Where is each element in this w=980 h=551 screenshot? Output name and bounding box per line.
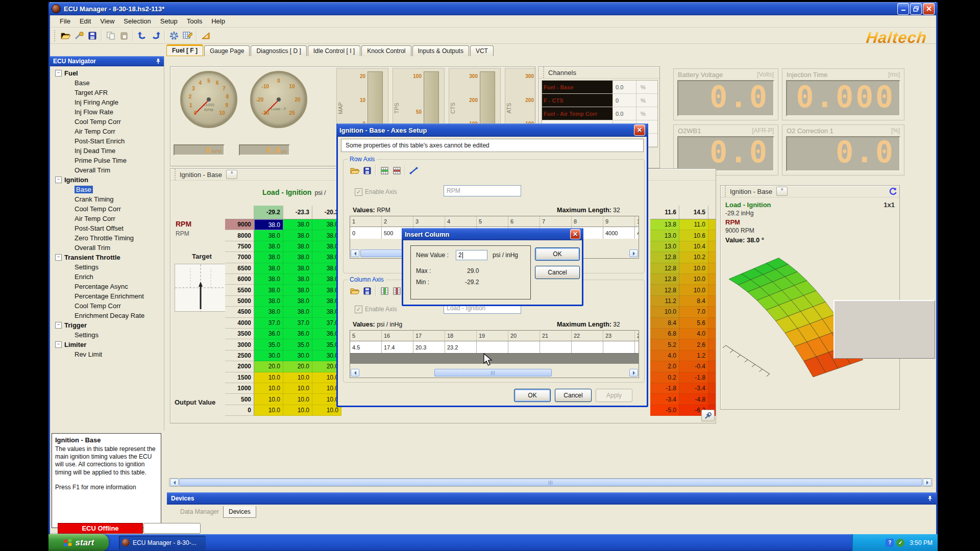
insert-ok-button[interactable]: OK xyxy=(535,247,580,261)
settings-gear-icon[interactable] xyxy=(167,30,181,42)
axis-grid-cell[interactable] xyxy=(572,341,603,353)
table-cell[interactable]: 20.0 xyxy=(254,361,283,372)
table-cell[interactable]: 12.8 xyxy=(650,274,679,285)
redo-icon[interactable] xyxy=(149,30,162,42)
menu-view[interactable]: View xyxy=(95,16,119,26)
axis-grid-cell[interactable] xyxy=(508,341,540,353)
delete-row-icon[interactable] xyxy=(390,165,403,176)
insert-dialog-title-bar[interactable]: Insert Column ✕ xyxy=(402,228,583,240)
table-cell[interactable] xyxy=(708,318,716,329)
devices-bar[interactable]: Devices xyxy=(167,492,937,505)
table-cell[interactable] xyxy=(708,285,716,295)
table-cell[interactable] xyxy=(708,307,716,317)
selected-cell[interactable]: 38.0 xyxy=(254,219,283,230)
tab-diagnostics---d--[interactable]: Diagnostics [ D ] xyxy=(251,45,306,56)
table-cell[interactable]: 10.0 xyxy=(283,383,312,394)
table-cell[interactable] xyxy=(708,230,716,241)
pin-icon[interactable] xyxy=(156,58,161,64)
tree-item-cool-temp-corr[interactable]: Cool Temp Corr xyxy=(55,117,163,127)
table-cell[interactable]: 35.0 xyxy=(254,339,283,350)
table-edit-icon[interactable] xyxy=(181,30,194,42)
row-header[interactable]: 2000 xyxy=(225,361,254,372)
tree-item-base[interactable]: Base xyxy=(55,78,163,88)
tray-update-icon[interactable]: ✓ xyxy=(896,539,904,547)
tab-fuel---f--[interactable]: Fuel [ F ] xyxy=(166,44,203,56)
table-cell[interactable]: 10.0 xyxy=(254,383,283,394)
table-cell[interactable]: 10.0 xyxy=(679,263,708,274)
axis-grid-cell[interactable]: 17.4 xyxy=(382,341,413,353)
table-cell[interactable]: 10.0 xyxy=(679,274,708,285)
collapse-icon[interactable]: − xyxy=(55,70,62,77)
row-header[interactable]: 9000 xyxy=(225,219,254,230)
table-cell[interactable]: 6.8 xyxy=(650,329,679,339)
linearize-icon[interactable] xyxy=(408,165,420,176)
tree-item-base[interactable]: Base xyxy=(55,185,163,194)
table-cell[interactable]: 10.6 xyxy=(679,230,708,241)
table-cell[interactable]: 38.0 xyxy=(283,252,312,263)
tree-item-cool-temp-corr[interactable]: Cool Temp Corr xyxy=(55,301,163,311)
table-cell[interactable]: 38.0 xyxy=(254,252,283,263)
tree-item-inj-firing-angle[interactable]: Inj Firing Angle xyxy=(55,97,163,107)
table-cell[interactable]: 38.0 xyxy=(254,230,283,241)
row-header[interactable]: 5000 xyxy=(225,296,254,307)
units-button[interactable]: ° xyxy=(226,170,237,179)
table-cell[interactable]: 12.8 xyxy=(650,252,679,263)
row-header[interactable]: 7500 xyxy=(225,241,254,252)
row-header[interactable]: 3000 xyxy=(225,339,254,350)
table-cell[interactable] xyxy=(708,219,716,230)
save-axis-icon[interactable] xyxy=(361,285,373,296)
tray-display-icon[interactable]: ? xyxy=(886,539,894,547)
tree-item-air-temp-corr[interactable]: Air Temp Corr xyxy=(55,127,163,136)
table-cell[interactable]: 38.0 xyxy=(254,274,283,285)
row-header[interactable]: 8000 xyxy=(225,230,254,241)
tree-item-cool-temp-corr[interactable]: Cool Temp Corr xyxy=(55,204,163,214)
row-header[interactable]: 2500 xyxy=(225,350,254,361)
table-cell[interactable]: 38.0 xyxy=(254,307,283,317)
row-header[interactable]: 5500 xyxy=(225,285,254,295)
tree-item-overall-trim[interactable]: Overall Trim xyxy=(55,243,163,253)
axis-grid-cell[interactable]: 23.2 xyxy=(445,341,477,353)
axis-grid-cell[interactable] xyxy=(603,341,635,353)
table-cell[interactable]: 2.0 xyxy=(650,361,679,372)
table-cell[interactable]: 36.0 xyxy=(283,329,312,339)
table-cell[interactable] xyxy=(708,339,716,350)
save-icon[interactable] xyxy=(86,30,99,42)
menu-setup[interactable]: Setup xyxy=(156,16,182,26)
table-cell[interactable]: 38.0 xyxy=(283,307,312,317)
table-cell[interactable]: 5.2 xyxy=(650,339,679,350)
tree-group-trigger[interactable]: −Trigger xyxy=(55,320,163,330)
table-cell[interactable] xyxy=(708,394,716,405)
tab-vct[interactable]: VCT xyxy=(470,45,494,56)
axis-grid-cell[interactable]: 4.5 xyxy=(350,341,382,353)
table-cell[interactable]: 1.2 xyxy=(679,350,708,361)
row-axis-name-field[interactable]: RPM xyxy=(444,185,521,196)
table-cell[interactable] xyxy=(708,361,716,372)
tree-item-settings[interactable]: Settings xyxy=(55,330,163,340)
new-value-input[interactable]: 2 xyxy=(456,250,487,260)
table-cell[interactable]: 10.4 xyxy=(679,241,708,252)
row-header[interactable]: 4000 xyxy=(225,318,254,329)
table-cell[interactable]: 13.0 xyxy=(650,241,679,252)
table-cell[interactable]: 38.0 xyxy=(283,274,312,285)
table-cell[interactable]: 38.0 xyxy=(283,263,312,274)
delete-column-icon[interactable] xyxy=(390,285,403,296)
table-cell[interactable]: 10.0 xyxy=(283,405,312,416)
table-cell[interactable]: 10.2 xyxy=(679,252,708,263)
tree-group-transient-throttle[interactable]: −Transient Throttle xyxy=(55,253,163,262)
collapse-icon[interactable]: − xyxy=(55,177,62,183)
axis-grid-cell[interactable]: 4000 xyxy=(603,227,635,239)
table-cell[interactable]: -4.8 xyxy=(679,394,708,405)
restore-button[interactable] xyxy=(910,3,922,15)
tree-item-inj-dead-time[interactable]: Inj Dead Time xyxy=(55,146,163,156)
table-cell[interactable] xyxy=(708,383,716,394)
table-cell[interactable]: 8.4 xyxy=(650,318,679,329)
table-cell[interactable]: 13.8 xyxy=(650,219,679,230)
table-cell[interactable]: 7.0 xyxy=(679,307,708,317)
table-cell[interactable]: 8.4 xyxy=(679,296,708,307)
table-cell[interactable]: 37.0 xyxy=(254,318,283,329)
open-file-icon[interactable] xyxy=(59,30,72,42)
row-header[interactable]: 1500 xyxy=(225,372,254,383)
row-header[interactable]: 7000 xyxy=(225,252,254,263)
axis-grid-cell[interactable] xyxy=(477,341,508,353)
table-cell[interactable] xyxy=(708,350,716,361)
